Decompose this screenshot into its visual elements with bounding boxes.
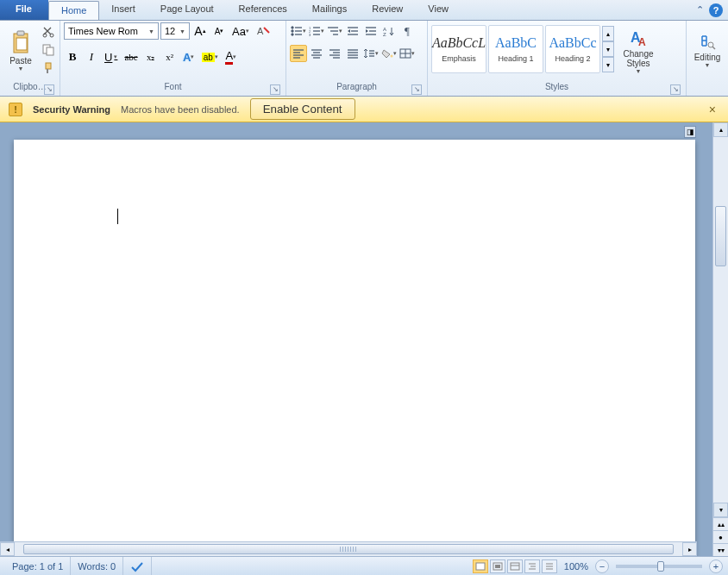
- paragraph-group-label: Paragraph: [336, 82, 377, 91]
- show-marks-button[interactable]: ¶: [399, 22, 416, 40]
- vscroll-up[interactable]: ▴: [713, 122, 728, 137]
- tab-view[interactable]: View: [416, 0, 461, 20]
- zoom-in-button[interactable]: +: [709, 559, 723, 573]
- view-outline[interactable]: [524, 559, 540, 573]
- zoom-out-button[interactable]: −: [595, 559, 609, 573]
- copy-icon: [42, 44, 54, 56]
- expand-panel-button[interactable]: ◨: [684, 126, 696, 138]
- justify-button[interactable]: [344, 45, 361, 62]
- font-color-button[interactable]: A▾: [223, 48, 240, 66]
- zoom-slider-knob[interactable]: [657, 561, 664, 572]
- hscroll-right[interactable]: ▸: [682, 542, 697, 556]
- tab-insert[interactable]: Insert: [99, 0, 148, 20]
- style-heading2[interactable]: AaBbCcHeading 2: [545, 25, 600, 73]
- tab-file[interactable]: File: [0, 0, 48, 20]
- next-page-button[interactable]: ▾▾: [713, 543, 728, 556]
- tab-mailings[interactable]: Mailings: [300, 0, 360, 20]
- svg-point-9: [292, 27, 293, 28]
- change-case-button[interactable]: Aa▾: [229, 22, 252, 40]
- subscript-button[interactable]: x₂: [142, 48, 160, 66]
- multilevel-list-button[interactable]: ▾: [326, 22, 343, 40]
- zoom-level[interactable]: 100%: [564, 561, 588, 572]
- sort-button[interactable]: AZ: [380, 22, 398, 40]
- vertical-scrollbar[interactable]: ▴ ▾ ▴▴ ● ▾▾: [712, 122, 728, 556]
- svg-rect-62: [511, 563, 519, 570]
- group-clipboard: Paste ▼ Clipbo…↘: [0, 21, 60, 96]
- view-print-layout[interactable]: [473, 559, 488, 573]
- align-left-button[interactable]: [290, 45, 307, 62]
- align-right-button[interactable]: [326, 45, 343, 62]
- security-message: Macros have been disabled.: [121, 104, 240, 115]
- styles-scroll-up[interactable]: ▴: [602, 26, 614, 41]
- view-full-screen[interactable]: [490, 559, 505, 573]
- grow-font-button[interactable]: A▴: [191, 22, 209, 40]
- help-icon[interactable]: ?: [709, 3, 723, 17]
- scissors-icon: [42, 26, 54, 38]
- shrink-font-button[interactable]: A▾: [210, 22, 228, 40]
- decrease-indent-button[interactable]: [344, 22, 361, 40]
- status-page[interactable]: Page: 1 of 1: [5, 557, 71, 575]
- clear-formatting-button[interactable]: A: [254, 22, 273, 40]
- borders-button[interactable]: ▾: [399, 45, 416, 62]
- styles-dialog-launcher[interactable]: ↘: [670, 84, 681, 95]
- clipboard-icon: [10, 30, 31, 54]
- numbering-button[interactable]: 123▾: [308, 22, 325, 40]
- ribbon-tabs: File Home Insert Page Layout References …: [0, 0, 728, 21]
- browse-object-button[interactable]: ●: [713, 530, 728, 543]
- increase-indent-button[interactable]: [362, 22, 380, 40]
- security-close-button[interactable]: ×: [706, 99, 719, 120]
- style-emphasis[interactable]: AaBbCcLEmphasis: [431, 25, 486, 73]
- status-proofing[interactable]: [123, 557, 152, 575]
- text-effects-button[interactable]: A▾: [180, 48, 198, 66]
- clipboard-dialog-launcher[interactable]: ↘: [44, 84, 54, 95]
- align-center-button[interactable]: [308, 45, 325, 62]
- highlight-button[interactable]: ab▾: [199, 48, 221, 66]
- underline-button[interactable]: U▾: [102, 48, 120, 66]
- bullets-button[interactable]: ▾: [290, 22, 307, 40]
- status-words[interactable]: Words: 0: [71, 557, 123, 575]
- style-heading1[interactable]: AaBbCHeading 1: [488, 25, 543, 73]
- tab-references[interactable]: References: [227, 0, 300, 20]
- hscroll-thumb[interactable]: [23, 544, 674, 554]
- paragraph-dialog-launcher[interactable]: ↘: [411, 84, 422, 95]
- bold-button[interactable]: B: [64, 48, 81, 66]
- strikethrough-button[interactable]: abc: [122, 48, 140, 66]
- enable-content-button[interactable]: Enable Content: [250, 98, 355, 120]
- editing-button[interactable]: Editing ▼: [690, 22, 725, 79]
- change-styles-button[interactable]: AA Change Styles ▼: [617, 22, 660, 79]
- vscroll-down[interactable]: ▾: [713, 503, 728, 517]
- horizontal-scrollbar[interactable]: ◂ ▸: [0, 541, 697, 556]
- tab-review[interactable]: Review: [360, 0, 416, 20]
- cut-button[interactable]: [41, 24, 56, 40]
- styles-scroll-down[interactable]: ▾: [602, 41, 614, 57]
- superscript-button[interactable]: x²: [161, 48, 179, 66]
- svg-rect-59: [476, 563, 485, 570]
- shading-button[interactable]: ▾: [380, 45, 398, 62]
- document-area: ◨ ◂ ▸ ▴ ▾ ▴▴ ● ▾▾: [0, 122, 728, 556]
- italic-button[interactable]: I: [83, 48, 100, 66]
- multilevel-icon: [327, 26, 339, 36]
- vscroll-thumb[interactable]: [715, 206, 726, 266]
- view-web-layout[interactable]: [507, 559, 523, 573]
- font-name-combo[interactable]: Times New Rom▼: [64, 22, 159, 40]
- zoom-slider[interactable]: [616, 565, 702, 568]
- minimize-ribbon-icon[interactable]: ⌃: [696, 4, 704, 16]
- svg-point-4: [50, 34, 53, 37]
- hscroll-left[interactable]: ◂: [0, 542, 15, 556]
- align-center-icon: [311, 48, 323, 59]
- view-draft[interactable]: [542, 559, 557, 573]
- bullets-icon: [291, 26, 303, 36]
- group-editing: Editing ▼: [687, 21, 728, 96]
- tab-home[interactable]: Home: [48, 1, 99, 20]
- format-painter-button[interactable]: [41, 60, 56, 76]
- svg-rect-6: [47, 47, 53, 55]
- paste-button[interactable]: Paste ▼: [3, 22, 38, 79]
- font-dialog-launcher[interactable]: ↘: [270, 84, 280, 95]
- copy-button[interactable]: [41, 42, 56, 58]
- prev-page-button[interactable]: ▴▴: [713, 517, 728, 530]
- document-page[interactable]: [14, 140, 695, 556]
- tab-page-layout[interactable]: Page Layout: [148, 0, 227, 20]
- font-size-combo[interactable]: 12▼: [160, 22, 190, 40]
- styles-expand[interactable]: ▾: [602, 57, 614, 72]
- line-spacing-button[interactable]: ▾: [362, 45, 380, 62]
